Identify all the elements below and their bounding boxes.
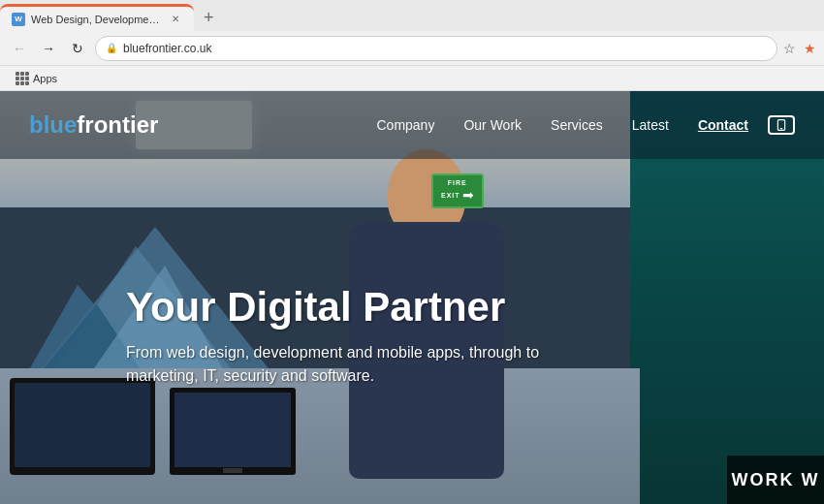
apps-bookmark[interactable]: Apps: [10, 70, 63, 87]
logo-white-part: frontier: [77, 111, 158, 138]
nav-links: Company Our Work Services Latest Contact: [376, 117, 748, 133]
tab-close-button[interactable]: ✕: [169, 13, 182, 26]
tab-favicon: W: [12, 13, 25, 26]
nav-our-work[interactable]: Our Work: [463, 117, 522, 133]
apps-label: Apps: [33, 73, 57, 84]
monitor-left: [10, 378, 155, 475]
hero-subheading: From web design, development and mobile …: [126, 341, 572, 388]
monitor-center: [170, 388, 296, 475]
fire-exit-sign: FIRE EXIT ➡: [431, 173, 484, 208]
svg-rect-6: [780, 128, 782, 129]
work-banner-text: WORK W: [732, 470, 820, 490]
nav-latest[interactable]: Latest: [632, 117, 669, 133]
new-tab-button[interactable]: +: [194, 4, 224, 31]
bookmarks-bar: Apps: [0, 66, 824, 91]
hero-heading: Your Digital Partner: [126, 285, 572, 330]
forward-button[interactable]: →: [37, 37, 60, 60]
tab-title: Web Design, Development & Di...: [31, 14, 163, 25]
lock-icon: 🔒: [106, 43, 117, 53]
monitor-screen-2: [174, 393, 291, 467]
website-content: FIRE EXIT ➡ bluefrontier Company Our Wor…: [0, 91, 824, 504]
nav-contact[interactable]: Contact: [698, 117, 748, 133]
active-tab[interactable]: W Web Design, Development & Di... ✕: [0, 4, 194, 31]
nav-services[interactable]: Services: [551, 117, 603, 133]
nav-company[interactable]: Company: [376, 117, 434, 133]
tab-bar: W Web Design, Development & Di... ✕ +: [0, 0, 824, 31]
fire-text-row: FIRE: [448, 179, 467, 186]
starred-icon[interactable]: ★: [804, 41, 816, 56]
toolbar-right: ☆ ★: [783, 41, 816, 56]
logo-blue-part: blue: [29, 111, 77, 138]
back-button[interactable]: ←: [8, 37, 31, 60]
hero-text-block: Your Digital Partner From web design, de…: [126, 285, 572, 388]
exit-text: EXIT: [441, 192, 460, 199]
apps-grid-icon: [16, 72, 29, 85]
browser-toolbar: ← → ↻ 🔒 bluefrontier.co.uk ☆ ★: [0, 31, 824, 66]
exit-text-row: EXIT ➡: [441, 187, 474, 203]
bookmark-star-icon[interactable]: ☆: [783, 41, 796, 56]
main-nav: bluefrontier Company Our Work Services L…: [0, 91, 824, 159]
address-bar[interactable]: 🔒 bluefrontier.co.uk: [95, 36, 777, 61]
browser-window: W Web Design, Development & Di... ✕ + ← …: [0, 0, 824, 91]
exit-arrow-icon: ➡: [462, 187, 474, 203]
logo[interactable]: bluefrontier: [29, 111, 158, 139]
refresh-button[interactable]: ↻: [66, 37, 89, 60]
fire-text: FIRE: [448, 179, 467, 186]
mobile-icon[interactable]: [768, 115, 795, 135]
monitor-stand: [223, 468, 242, 473]
address-text: bluefrontier.co.uk: [123, 42, 211, 55]
hero-section: FIRE EXIT ➡ bluefrontier Company Our Wor…: [0, 91, 824, 504]
work-banner: WORK W: [727, 456, 824, 504]
monitor-screen: [15, 383, 150, 467]
